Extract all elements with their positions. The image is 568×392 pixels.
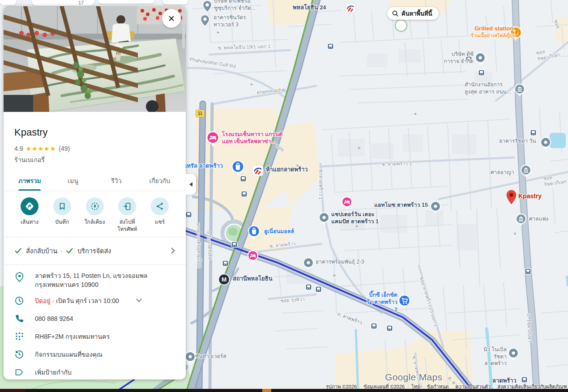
- highway-shield-11: 11: [196, 110, 205, 117]
- place-panel: × Kpastry 4.9 ★★★★★ (49) ร้านเบเกอรี่ ภา…: [4, 6, 186, 379]
- nearby-button[interactable]: ใกล้เคียง: [81, 197, 109, 233]
- tab-reviews[interactable]: รีวิว: [95, 171, 138, 191]
- bus-stop-icon[interactable]: [530, 130, 536, 136]
- address-line1: ลาดพร้าว 15, 11 Posten Ln, แขวงจอมพล: [35, 271, 147, 280]
- bus-stop-icon[interactable]: [328, 43, 333, 49]
- nearby-icon: [90, 202, 99, 211]
- bus-stop-icon[interactable]: [478, 70, 484, 76]
- map-label-civil-court[interactable]: ศาลแพ่ง: [529, 216, 548, 223]
- plus-code-row[interactable]: RH8F+2M กรุงเทพมหานคร: [4, 328, 186, 345]
- location-pin-icon: [14, 272, 24, 282]
- label-tag-icon: [14, 368, 24, 376]
- service-options-row[interactable]: สั่งกลับบ้าน · บริการจัดส่ง: [4, 237, 186, 264]
- place-photo-image: [4, 6, 186, 112]
- place-photo[interactable]: ×: [4, 6, 186, 112]
- panel-scrollbar[interactable]: [182, 8, 185, 48]
- bus-stop-icon[interactable]: [222, 260, 228, 266]
- collapse-panel-button[interactable]: [186, 174, 196, 195]
- map-label-company[interactable]: บริษัท ตรีเพชรอี ซูซุบริการ จำกัด...: [214, 0, 256, 12]
- service-takeout: สั่งกลับบ้าน: [26, 246, 57, 256]
- check-icon: [66, 247, 73, 255]
- google-maps-app: M: [0, 0, 568, 392]
- bus-stop-icon[interactable]: [306, 284, 312, 290]
- phone-number: 080 888 9264: [35, 315, 73, 322]
- map-label-attorney[interactable]: สำนักงานอัยการ สูงสุด อาคาร ถนน...: [465, 81, 511, 95]
- service-delivery: บริการจัดส่ง: [77, 246, 111, 256]
- close-icon: ×: [168, 9, 175, 28]
- rating-stars[interactable]: ★★★★★: [26, 145, 56, 152]
- google-maps-watermark: Google Maps: [385, 372, 442, 383]
- add-label-row[interactable]: เพิ่มป้ายกำกับ: [4, 363, 186, 379]
- cutoff-ui-pill: [0, 0, 16, 5]
- map-small-roundabout: [395, 20, 407, 31]
- bus-stop-icon[interactable]: [371, 323, 377, 329]
- tab-menu[interactable]: เมนู: [51, 171, 95, 191]
- rating-score: 4.9: [14, 145, 23, 152]
- map-label-hayaek[interactable]: ห้าแยกลาดพร้าว: [266, 166, 308, 174]
- search-icon: [392, 10, 398, 17]
- bus-stop-icon[interactable]: [241, 191, 247, 197]
- map-label-prompan[interactable]: อาคารพร้อมพันธุ์ 2-3: [316, 259, 364, 266]
- map-label-dc-garage[interactable]: บริษัท ดีซี การาจ จำกัด: [443, 51, 474, 65]
- map-label-grilled-station[interactable]: Grilled station: [474, 25, 513, 33]
- address-line2: กรุงเทพมหานคร 10900: [35, 280, 147, 289]
- plus-code-icon: [14, 332, 24, 341]
- share-icon: [155, 202, 164, 211]
- send-to-phone-icon: [123, 202, 132, 211]
- tab-about[interactable]: เกี่ยวกับ: [138, 171, 181, 191]
- directions-icon: [25, 201, 34, 211]
- bus-stop-icon[interactable]: [387, 325, 393, 331]
- add-label-text: เพิ่มป้ายกำกับ: [35, 367, 72, 377]
- detail-list: ลาดพร้าว 15, 11 Posten Ln, แขวงจอมพล กรุ…: [4, 265, 186, 379]
- maps-activity-label: กิจกรรมบนแผนที่ของคุณ: [35, 349, 102, 359]
- map-label-17: 17: [78, 0, 84, 5]
- map-label-grilled-sub[interactable]: ร้านเนื้อย่างสไตล์ญี่ปุ่น: [471, 33, 516, 39]
- map-label-ratchada-one[interactable]: อาคารรัชดา วัน: [499, 138, 536, 145]
- cutoff-ui-pill: [162, 0, 188, 4]
- review-count[interactable]: (49): [59, 145, 70, 152]
- maps-activity-row[interactable]: กิจกรรมบนแผนที่ของคุณ: [4, 345, 186, 363]
- map-label-soi-ladprao1-v: ซ. ลาดพร้าว 1: [318, 169, 324, 200]
- bts-phahonyothin24-icon[interactable]: [346, 3, 355, 13]
- mrt-phahonyothin-station-icon[interactable]: [218, 274, 230, 285]
- bus-stop-icon[interactable]: [525, 268, 531, 274]
- save-button[interactable]: บันทึก: [48, 197, 77, 233]
- map-label-new-noble[interactable]: นิว โนเบิล รัชดา ลาดพร้าว: [479, 346, 507, 367]
- bus-stop-icon[interactable]: [240, 176, 246, 182]
- map-label-phahonyothin-station[interactable]: สถานีพหลโยธิน: [233, 275, 273, 283]
- bts-hayaek-ladprao-icon[interactable]: [252, 165, 263, 176]
- bookmark-icon: [58, 202, 67, 211]
- bus-stop-icon[interactable]: [521, 377, 527, 383]
- address-row[interactable]: ลาดพร้าว 15, 11 Posten Ln, แขวงจอมพล กรุ…: [4, 270, 186, 292]
- close-panel-button[interactable]: ×: [162, 9, 181, 28]
- map-label-union-mall[interactable]: ยูเนี่ยนมอลล์: [264, 228, 294, 235]
- phone-row[interactable]: 080 888 9264: [4, 310, 186, 328]
- hours-info: · เปิดวัน ศุกร์ เวลา 10:00: [52, 297, 119, 304]
- share-button[interactable]: แชร์: [145, 197, 174, 233]
- map-label-chapter-one[interactable]: แชปเตอร์วัน เดอะ แคมปัส ลาดพร้าว 1: [331, 211, 379, 226]
- search-this-area-button[interactable]: ค้นหาพื้นที่นี้: [387, 7, 439, 20]
- map-label-sun-towers[interactable]: ซันทาวเวอร์ส: [195, 353, 226, 360]
- map-label-phahonyothin24[interactable]: พหลโยธิน 24: [293, 4, 326, 12]
- send-to-phone-button[interactable]: ส่งไปที่โทรศัพท์: [113, 197, 141, 233]
- tab-overview[interactable]: ภาพรวม: [8, 171, 51, 191]
- bus-stop-icon[interactable]: [316, 286, 321, 292]
- clock-icon: [14, 296, 24, 305]
- place-title: Kpastry: [14, 126, 175, 139]
- map-label-kpastry[interactable]: Kpastry: [518, 192, 542, 200]
- map-label-atmoz[interactable]: แอทโมซ ลาดพร้าว 15: [374, 201, 428, 209]
- map-label-soi-ladprao1-h: ซ. ลาดพร้าว 1: [381, 160, 412, 168]
- open-status: ปิดอยู่: [35, 297, 51, 304]
- chevron-right-icon: [171, 247, 175, 254]
- action-buttons: เส้นทาง บันทึก ใกล้เคียง ส่งไปที่โทรศัพท…: [4, 191, 186, 236]
- map-label-big-c[interactable]: บิ๊กซี เอ็กซ์ต ร้า ลาดพร้าว 2: [366, 291, 397, 313]
- map-label-centara[interactable]: โรงแรมเซ็นทารา แกรนด์ แอท เซ็นทรัลพลาซ่า…: [222, 131, 282, 145]
- map-label-shinawatra[interactable]: อาคารชินวัตร ทาวเวอร์ 3: [214, 14, 246, 28]
- bus-stop-icon[interactable]: [231, 242, 237, 247]
- place-category[interactable]: ร้านเบเกอรี่: [14, 155, 175, 165]
- bus-stop-icon[interactable]: [186, 212, 192, 217]
- directions-button[interactable]: เส้นทาง: [15, 197, 44, 233]
- hours-row[interactable]: ปิดอยู่ · เปิดวัน ศุกร์ เวลา 10:00: [4, 292, 186, 310]
- bottom-edge-strip: [0, 389, 568, 392]
- map-label-criminal-court[interactable]: ศาลอาญา: [491, 169, 514, 176]
